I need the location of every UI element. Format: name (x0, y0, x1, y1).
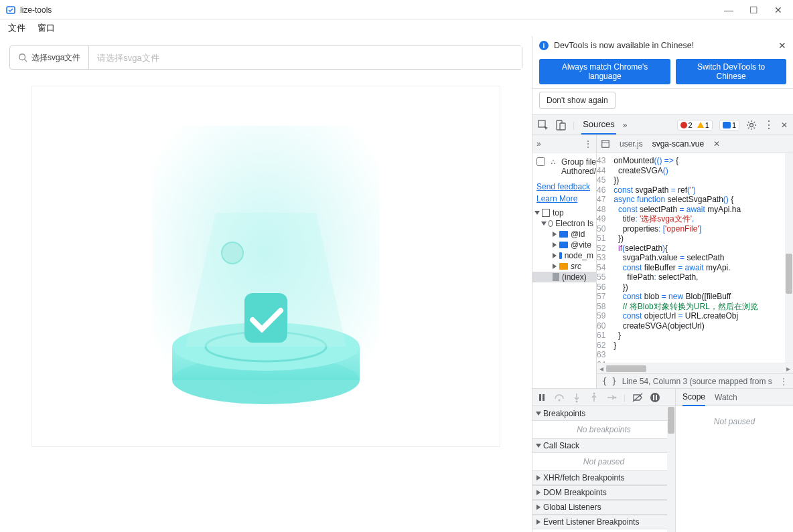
step-into-icon[interactable] (571, 392, 582, 403)
call-stack-not-paused: Not paused (532, 453, 675, 470)
editor-horizontal-scrollbar[interactable]: ◂▸ (597, 363, 793, 373)
tree-id[interactable]: @id (532, 229, 596, 240)
devtools-panel: i DevTools is now available in Chinese! … (532, 36, 793, 532)
svg-point-13 (750, 123, 753, 126)
group-icon: ⛬ (549, 157, 557, 167)
more-tabs-icon[interactable]: » (623, 120, 628, 130)
dom-breakpoints-header[interactable]: DOM Breakpoints (532, 485, 675, 500)
dont-show-again-button[interactable]: Don't show again (539, 92, 616, 109)
always-match-language-button[interactable]: Always match Chrome's language (539, 59, 670, 84)
breakpoints-header[interactable]: Breakpoints (532, 406, 675, 421)
tab-close-icon[interactable]: ✕ (713, 139, 720, 149)
infobar-close-icon[interactable]: ✕ (778, 40, 786, 51)
menu-window[interactable]: 窗口 (38, 22, 55, 34)
editor-status-bar: { } Line 54, Column 3 (source mapped fro… (597, 373, 793, 388)
braces-icon[interactable]: { } (602, 377, 617, 386)
devtools-toolbar: | Sources » 2 1 1 ⋮ ✕ (532, 115, 793, 135)
navigator-more-icon[interactable]: » (536, 139, 541, 149)
file-nav-icon[interactable] (601, 139, 610, 149)
svg-rect-28 (653, 395, 654, 400)
tree-node-modules[interactable]: node_m (532, 250, 596, 261)
tree-electron[interactable]: Electron Is (532, 218, 596, 229)
svg-rect-18 (543, 394, 545, 401)
no-breakpoints-text: No breakpoints (532, 421, 675, 438)
debug-toolbar: | (532, 389, 675, 406)
tab-sources[interactable]: Sources (581, 115, 616, 135)
svg-point-1 (19, 54, 25, 60)
svg-point-27 (650, 393, 660, 402)
svg-point-21 (576, 400, 578, 402)
step-over-icon[interactable] (554, 392, 565, 403)
navigator-panel: » ⋮ ⛬ Group files Authored/D Send feedba… (532, 135, 597, 388)
tree-index[interactable]: (index) (532, 272, 596, 282)
global-listeners-header[interactable]: Global Listeners (532, 500, 675, 515)
close-icon[interactable]: ✕ (774, 5, 782, 15)
editor-column: user.js svga-scan.vue ✕ 4344454647484950… (597, 135, 793, 388)
svg-rect-17 (539, 394, 541, 401)
minimize-icon[interactable]: — (724, 5, 733, 15)
tab-scope[interactable]: Scope (682, 389, 705, 406)
svg-line-2 (25, 60, 27, 62)
gear-icon[interactable] (746, 120, 757, 130)
step-out-icon[interactable] (589, 392, 599, 403)
folder-icon (559, 242, 568, 248)
debug-left-scrollbar[interactable] (667, 406, 675, 532)
svg-point-25 (615, 396, 617, 398)
file-icon (553, 273, 559, 281)
deactivate-breakpoints-icon[interactable] (632, 392, 643, 403)
folder-icon (559, 231, 568, 238)
issues-badge[interactable]: 1 (719, 120, 739, 130)
event-listener-breakpoints-header[interactable]: Event Listener Breakpoints (532, 515, 675, 529)
svg-point-23 (593, 392, 595, 394)
step-icon[interactable] (606, 392, 617, 403)
devtools-infobar: i DevTools is now available in Chinese! … (532, 36, 793, 89)
tab-watch[interactable]: Watch (715, 389, 737, 406)
search-icon (18, 53, 27, 62)
call-stack-header[interactable]: Call Stack (532, 438, 675, 453)
gutter: 4344454647484950515253545556575859606162… (597, 153, 611, 363)
tree-vite[interactable]: @vite (532, 240, 596, 250)
svga-preview-illustration (152, 126, 380, 407)
select-svga-label: 选择svga文件 (31, 52, 80, 64)
inspect-icon[interactable] (538, 120, 549, 130)
send-feedback-link[interactable]: Send feedback (532, 181, 596, 193)
scope-not-paused: Not paused (676, 413, 793, 430)
pause-icon[interactable] (536, 392, 547, 403)
group-files-checkbox[interactable] (536, 157, 545, 166)
status-kebab-icon[interactable]: ⋮ (780, 377, 788, 386)
tab-svga-scan[interactable]: svga-scan.vue (652, 139, 704, 149)
xhr-breakpoints-header[interactable]: XHR/fetch Breakpoints (532, 470, 675, 485)
pause-on-exceptions-icon[interactable] (650, 392, 660, 403)
editor-tabs: user.js svga-scan.vue ✕ (597, 135, 793, 153)
folder-icon (559, 263, 568, 270)
svga-path-input[interactable] (89, 46, 522, 69)
tab-userjs[interactable]: user.js (620, 139, 643, 149)
learn-more-link[interactable]: Learn More (532, 193, 596, 205)
svg-point-9 (222, 242, 243, 264)
app-panel: 选择svga文件 (0, 36, 532, 532)
tree-src[interactable]: src (532, 261, 596, 272)
error-count-badge[interactable]: 2 1 (677, 120, 713, 130)
editor-vertical-scrollbar[interactable] (785, 153, 793, 363)
infobar-message: DevTools is now available in Chinese! (554, 41, 694, 50)
maximize-icon[interactable]: ☐ (749, 5, 758, 15)
switch-to-chinese-button[interactable]: Switch DevTools to Chinese (676, 59, 786, 84)
tree-top[interactable]: top (532, 207, 596, 218)
svg-rect-15 (602, 141, 609, 148)
kebab-menu-icon[interactable]: ⋮ (764, 118, 774, 131)
devtools-close-icon[interactable]: ✕ (781, 120, 788, 130)
window-icon (542, 209, 550, 217)
app-icon (5, 5, 16, 15)
cursor-position: Line 54, Column 3 (source mapped from s (622, 377, 772, 386)
select-svga-button[interactable]: 选择svga文件 (10, 46, 89, 69)
menu-file[interactable]: 文件 (8, 22, 25, 34)
code-area[interactable]: onMounted(() => { createSVGA()})const sv… (611, 153, 758, 363)
svg-point-19 (559, 399, 561, 401)
device-toggle-icon[interactable] (555, 120, 566, 130)
menu-bar: 文件 窗口 (0, 20, 793, 36)
navigator-kebab-icon[interactable]: ⋮ (584, 139, 592, 149)
code-editor[interactable]: 4344454647484950515253545556575859606162… (597, 153, 793, 363)
svg-rect-29 (656, 395, 657, 400)
group-files-label: Group files Authored/D (561, 157, 596, 177)
svg-rect-12 (560, 123, 565, 130)
